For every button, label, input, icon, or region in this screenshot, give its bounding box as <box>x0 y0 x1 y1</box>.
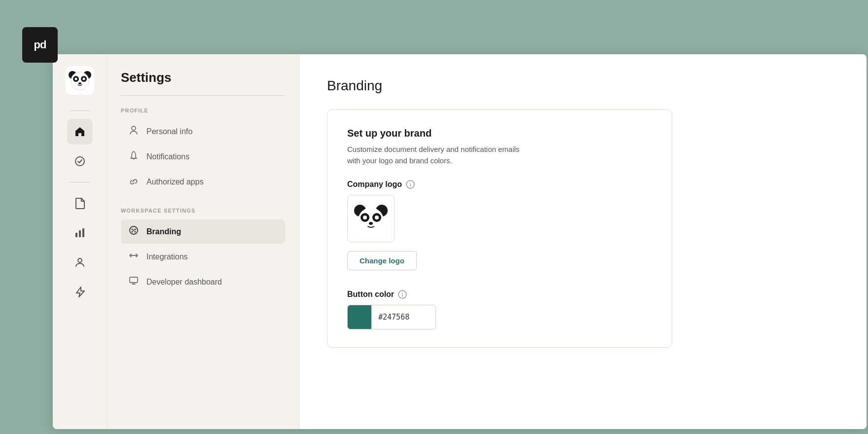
svg-point-16 <box>135 229 136 230</box>
brand-card-title: Set up your brand <box>347 128 652 139</box>
svg-point-18 <box>135 231 136 233</box>
svg-rect-10 <box>79 230 81 237</box>
sidebar-divider-1 <box>70 110 90 111</box>
main-content: Branding Set up your brand Customize doc… <box>299 54 867 429</box>
sidebar-item-contacts[interactable] <box>67 250 93 275</box>
company-logo-label: Company logo i <box>347 180 652 189</box>
sidebar-item-automation[interactable] <box>67 279 93 305</box>
icon-sidebar <box>53 54 107 429</box>
monitor-icon <box>128 276 140 288</box>
color-section: Button color i #247568 <box>347 290 652 329</box>
sidebar-item-analytics[interactable] <box>67 220 93 246</box>
app-logo-text: pd <box>34 38 46 51</box>
svg-rect-11 <box>82 228 84 237</box>
color-value: #247568 <box>371 313 416 322</box>
svg-point-19 <box>133 230 135 231</box>
color-swatch[interactable] <box>348 305 371 329</box>
sidebar-item-integrations[interactable]: Integrations <box>121 245 285 269</box>
svg-point-13 <box>132 126 136 130</box>
profile-section-label: PROFILE <box>121 108 285 113</box>
avatar[interactable] <box>66 66 94 95</box>
bell-icon <box>128 150 140 163</box>
app-wrapper: pd <box>0 0 868 434</box>
svg-point-7 <box>78 82 81 84</box>
app-logo[interactable]: pd <box>22 27 58 63</box>
svg-point-15 <box>132 229 133 230</box>
settings-panel: Settings PROFILE Personal info <box>107 54 299 429</box>
brand-card: Set up your brand Customize document del… <box>327 109 672 348</box>
personal-info-label: Personal info <box>146 127 192 136</box>
sidebar-item-home[interactable] <box>67 119 93 145</box>
developer-dashboard-label: Developer dashboard <box>146 278 222 287</box>
authorized-apps-label: Authorized apps <box>146 178 204 186</box>
arrows-icon <box>128 251 140 263</box>
sidebar-item-documents[interactable] <box>67 190 93 216</box>
sidebar-item-personal-info[interactable]: Personal info <box>121 119 285 144</box>
palette-icon <box>128 225 140 238</box>
workspace-section: WORKSPACE SETTINGS Branding <box>121 208 285 294</box>
button-color-info-icon[interactable]: i <box>398 290 407 299</box>
settings-title: Settings <box>121 70 285 85</box>
branding-label: Branding <box>146 227 181 236</box>
company-logo-info-icon[interactable]: i <box>406 180 415 189</box>
svg-point-2 <box>71 72 89 90</box>
svg-point-8 <box>75 157 84 166</box>
integrations-label: Integrations <box>146 253 188 261</box>
svg-point-28 <box>369 222 373 225</box>
svg-point-6 <box>82 78 85 80</box>
logo-preview <box>347 195 395 242</box>
page-title: Branding <box>327 78 839 94</box>
svg-rect-9 <box>75 233 77 237</box>
person-icon <box>128 125 140 138</box>
link-icon <box>128 176 140 188</box>
svg-point-17 <box>132 231 133 233</box>
button-color-label: Button color i <box>347 290 652 299</box>
svg-point-5 <box>74 78 77 80</box>
change-logo-button[interactable]: Change logo <box>347 251 417 270</box>
color-preview-row[interactable]: #247568 <box>347 305 436 329</box>
sidebar-item-developer-dashboard[interactable]: Developer dashboard <box>121 270 285 294</box>
workspace-section-label: WORKSPACE SETTINGS <box>121 208 285 214</box>
notifications-label: Notifications <box>146 152 189 161</box>
settings-divider <box>121 95 285 96</box>
sidebar-item-tasks[interactable] <box>67 148 93 174</box>
sidebar-item-authorized-apps[interactable]: Authorized apps <box>121 170 285 194</box>
brand-card-desc: Customize document delivery and notifica… <box>347 144 652 166</box>
svg-rect-20 <box>130 277 138 283</box>
sidebar-item-notifications[interactable]: Notifications <box>121 145 285 169</box>
svg-point-12 <box>78 258 82 262</box>
main-layout: Settings PROFILE Personal info <box>53 54 867 429</box>
sidebar-item-branding[interactable]: Branding <box>121 219 285 244</box>
svg-point-26 <box>363 216 367 219</box>
svg-point-27 <box>375 216 379 219</box>
sidebar-divider-2 <box>70 182 90 182</box>
